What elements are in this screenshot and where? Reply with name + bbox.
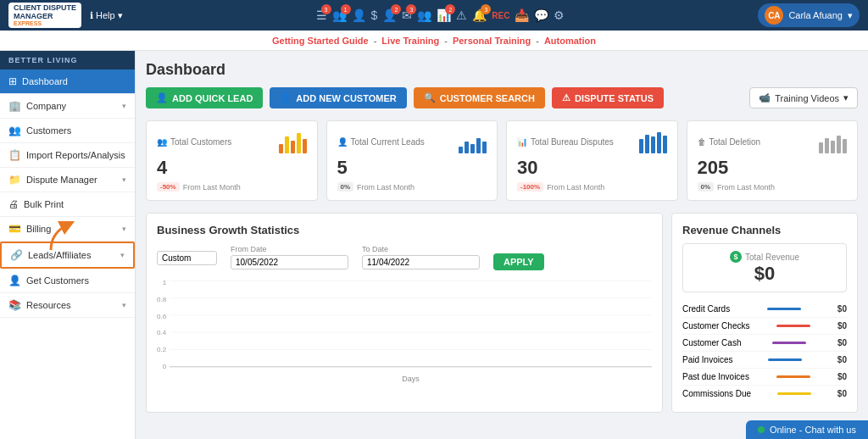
users-icon[interactable]: 👥1 [332,8,347,22]
chart-panel: Business Growth Statistics Custom This M… [146,213,663,413]
contact-icon[interactable]: 👤2 [382,8,397,22]
online-chat-button[interactable]: Online - Chat with us [746,420,868,439]
deletion-stat-icon: 🗑 [698,137,706,147]
live-training-link[interactable]: Live Training [381,36,439,46]
stat-card-disputes: 📊 Total Bureau Disputes 30 -100% From La… [506,120,678,201]
chart-preset-select[interactable]: Custom This Month Last Month [157,251,217,265]
person-plus-icon: 👤 [280,92,292,103]
revenue-row-credit: Credit Cards $0 [682,301,847,318]
person-add-icon: 👤 [156,92,168,103]
getting-started-link[interactable]: Getting Started Guide [272,36,369,46]
personal-training-link[interactable]: Personal Training [453,36,531,46]
sidebar-label-company: Company [26,101,66,111]
sidebar-item-import[interactable]: 📋 Import Reports/Analysis [0,143,135,168]
nav-icons: ☰3 👥1 👤 $ 👤2 ✉3 👥 📊2 ⚠ 🔔3 REC 📥 💬 ⚙ [316,8,565,22]
sidebar-item-billing[interactable]: 💳 Billing ▾ [0,217,135,242]
chart-title: Business Growth Statistics [157,224,652,236]
page-title: Dashboard [146,61,858,79]
dollar-circle-icon: $ [730,251,742,263]
revenue-row-pastdue: Past due Invoices $0 [682,369,847,386]
past-due-line [776,375,810,378]
leads-value: 5 [337,157,487,179]
customers-icon: 👥 [8,125,21,136]
revenue-row-paid: Paid Invoices $0 [682,352,847,369]
revenue-total-box: $ Total Revenue $0 [682,243,847,292]
to-date-input[interactable] [362,255,480,270]
sidebar-item-customers[interactable]: 👥 Customers [0,119,135,143]
leads-change: 0% [337,182,354,192]
dispute-status-button[interactable]: ⚠ DISPUTE STATUS [552,87,664,108]
settings-icon[interactable]: ⚙ [554,8,565,22]
sidebar-item-dispute[interactable]: 📁 Dispute Manager ▾ [0,168,135,192]
total-revenue-amount: $0 [690,263,839,285]
sidebar-brand: BETTER LIVING [0,51,135,69]
past-due-amount: $0 [837,372,847,381]
chart-icon[interactable]: 📊2 [437,8,451,22]
sidebar-item-company[interactable]: 🏢 Company ▾ [0,94,135,119]
customer-cash-amount: $0 [837,338,847,347]
person-icon[interactable]: 👤 [352,8,366,22]
from-date-input[interactable] [231,255,348,270]
mail-icon[interactable]: ✉3 [402,8,412,22]
from-date-label: From Date [231,245,348,253]
get-customers-icon: 👤 [8,275,21,286]
deletion-value: 205 [698,157,848,179]
inbox-icon[interactable]: 📥 [515,8,529,22]
sidebar-item-leads[interactable]: 🔗 Leads/Affiliates ▾ [0,242,135,269]
training-videos-button[interactable]: 📹 Training Videos ▾ [749,87,858,108]
stat-card-customers: 👥 Total Customers 4 -50% From Last Month [146,120,318,201]
dollar-icon[interactable]: $ [371,8,378,22]
bulk-icon: 🖨 [8,198,19,210]
action-buttons: 👤 ADD QUICK LEAD 👤 ADD NEW CUSTOMER 🔍 CU… [146,87,858,108]
chart-container: 1 0.8 0.6 0.4 0.2 0 [157,277,652,383]
sidebar-label-dispute: Dispute Manager [26,175,97,185]
deletion-bars [819,130,847,153]
import-icon: 📋 [8,149,21,161]
logo-line2: MANAGER [14,13,76,21]
bell-icon[interactable]: 🔔3 [472,8,487,22]
revenue-rows: Credit Cards $0 Customer Checks $0 Custo… [682,301,847,402]
sidebar-item-bulk[interactable]: 🖨 Bulk Print [0,192,135,217]
x-axis-label: Days [170,375,652,383]
apply-button[interactable]: APPLY [493,253,544,270]
add-quick-lead-button[interactable]: 👤 ADD QUICK LEAD [146,87,263,108]
total-revenue-label: Total Revenue [745,253,799,262]
online-indicator [758,426,765,433]
sidebar-label-bulk: Bulk Print [24,199,64,209]
stats-row: 👥 Total Customers 4 -50% From Last Month [146,120,858,201]
help-menu[interactable]: ℹ Help ▾ [90,10,123,21]
dashboard-icon: ⊞ [8,75,17,87]
chart-controls: Custom This Month Last Month From Date T… [157,243,652,270]
alert-icon[interactable]: ⚠ [456,8,467,22]
record-icon[interactable]: REC [492,11,509,20]
chat-icon[interactable]: 💬 [534,8,548,22]
add-new-customer-button[interactable]: 👤 ADD NEW CUSTOMER [270,87,406,108]
chevron-icon: ▾ [122,102,126,110]
logo[interactable]: CLIENT DISPUTE MANAGER EXPRESS [8,3,81,29]
sidebar-item-dashboard[interactable]: ⊞ Dashboard [0,69,135,94]
bottom-row: Business Growth Statistics Custom This M… [146,213,858,413]
top-nav-left: CLIENT DISPUTE MANAGER EXPRESS ℹ Help ▾ [8,3,123,29]
chevron-icon: ▾ [122,175,126,184]
leads-bars [459,130,487,153]
top-nav: CLIENT DISPUTE MANAGER EXPRESS ℹ Help ▾ … [0,0,868,31]
automation-link[interactable]: Automation [544,36,596,46]
customer-cash-line [772,342,806,344]
sidebar-label-get-customers: Get Customers [26,275,89,286]
chevron-icon: ▾ [122,225,126,233]
leads-stat-icon: 👤 [337,137,348,147]
menu-icon[interactable]: ☰3 [316,8,327,22]
customer-search-button[interactable]: 🔍 CUSTOMER SEARCH [414,87,545,108]
user-name: Carla Afuang [788,10,843,20]
revenue-title: Revenue Channels [682,224,847,236]
customer-checks-amount: $0 [837,321,847,331]
group-icon[interactable]: 👥 [417,8,431,22]
customers-value: 4 [157,157,307,179]
disputes-stat-icon: 📊 [517,137,527,147]
credit-cards-amount: $0 [837,304,847,314]
customer-checks-line [776,325,810,327]
sidebar-label-dashboard: Dashboard [22,76,68,86]
sidebar-item-resources[interactable]: 📚 Resources ▾ [0,293,135,318]
sidebar-item-get-customers[interactable]: 👤 Get Customers [0,269,135,293]
user-menu[interactable]: CA Carla Afuang ▾ [758,3,860,27]
